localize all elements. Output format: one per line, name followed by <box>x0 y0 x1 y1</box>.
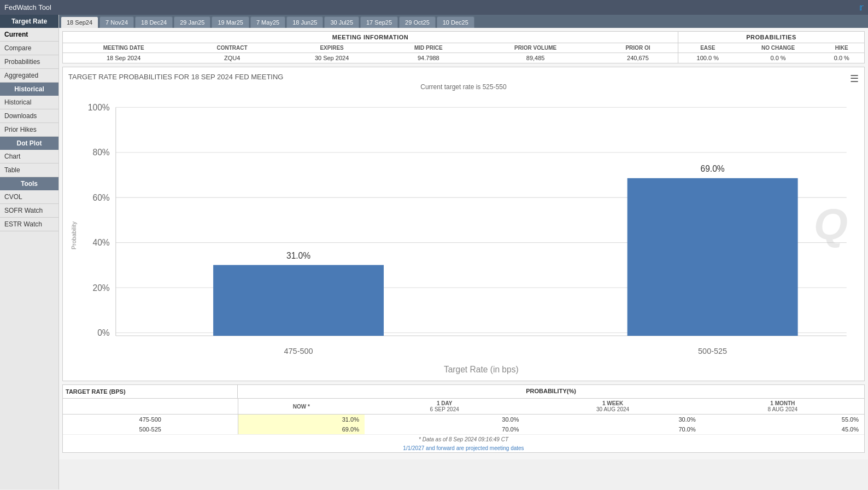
y-axis-label-wrap: Probability <box>68 95 79 375</box>
th-1week: 1 WEEK 30 AUG 2024 <box>524 399 701 415</box>
meeting-info-title: MEETING INFORMATION <box>63 32 678 43</box>
prob-footnote2: 1/1/2027 and forward are projected meeti… <box>63 444 864 452</box>
tab-17-sep25[interactable]: 17 Sep25 <box>360 16 398 28</box>
tab-7-nov24[interactable]: 7 Nov24 <box>99 16 134 28</box>
prob-1month-0: 55.0% <box>701 415 864 425</box>
prob-rate-0: 475-500 <box>63 415 238 425</box>
prob-1week-0: 30.0% <box>524 415 701 425</box>
mid-price-value: 94.7988 <box>384 53 473 63</box>
historical-section-btn[interactable]: Historical <box>0 83 58 96</box>
tab-18-dec24[interactable]: 18 Dec24 <box>135 16 173 28</box>
target-rate-header: TARGET RATE (BPS) <box>63 385 238 398</box>
th-rate <box>63 399 238 415</box>
tab-18-sep24[interactable]: 18 Sep24 <box>61 16 98 28</box>
th-now: NOW * <box>238 399 365 415</box>
chart-svg: 100% 80% 60% 40% 20% 0% <box>79 95 859 375</box>
tab-18-jun25[interactable]: 18 Jun25 <box>286 16 323 28</box>
meeting-date-value: 18 Sep 2024 <box>63 53 184 63</box>
col-contract: CONTRACT <box>184 43 279 53</box>
bar-500-525 <box>627 178 798 336</box>
prob-table: NOW * 1 DAY 6 SEP 2024 1 WEEK 30 AUG 202… <box>63 399 864 434</box>
meeting-info-table: MEETING DATE CONTRACT EXPIRES MID PRICE … <box>63 43 678 63</box>
sidebar-item-current[interactable]: Current <box>0 28 58 42</box>
svg-text:100%: 100% <box>88 103 110 112</box>
x-axis-title: Target Rate (in bps) <box>444 365 519 374</box>
app-title: FedWatch Tool <box>4 3 51 11</box>
th-1month: 1 MONTH 8 AUG 2024 <box>701 399 864 415</box>
bar-label-500-525: 69.0% <box>701 164 725 173</box>
sidebar-item-downloads[interactable]: Downloads <box>0 109 58 123</box>
meeting-info-left: MEETING INFORMATION MEETING DATE CONTRAC… <box>63 32 678 63</box>
bar-x-label-475-500: 475-500 <box>284 347 313 355</box>
prob-now-0: 31.0% <box>238 415 365 425</box>
probabilities-table: EASE NO CHANGE HIKE 100.0 % 0.0 % 0.0 % <box>678 43 864 63</box>
prob-col-headers: NOW * 1 DAY 6 SEP 2024 1 WEEK 30 AUG 202… <box>63 399 864 415</box>
col-meeting-date: MEETING DATE <box>63 43 184 53</box>
chart-section: TARGET RATE PROBABILITIES FOR 18 SEP 202… <box>62 67 865 381</box>
col-no-change: NO CHANGE <box>737 43 819 53</box>
sidebar-item-historical[interactable]: Historical <box>0 96 58 109</box>
sidebar-item-sofr-watch[interactable]: SOFR Watch <box>0 204 58 218</box>
target-rate-section-btn[interactable]: Target Rate <box>0 15 58 28</box>
chart-menu-icon[interactable]: ☰ <box>850 73 859 85</box>
chart-subtitle: Current target rate is 525-550 <box>68 83 859 91</box>
contract-value: ZQU4 <box>184 53 279 63</box>
tab-30-jul25[interactable]: 30 Jul25 <box>324 16 359 28</box>
main-content: 18 Sep247 Nov2418 Dec2429 Jan2519 Mar257… <box>59 15 868 489</box>
prior-oi-value: 240,675 <box>598 53 678 63</box>
col-mid-price: MID PRICE <box>384 43 473 53</box>
prob-table-header: TARGET RATE (BPS) PROBABILITY(%) <box>63 385 864 399</box>
hike-value: 0.0 % <box>819 53 864 63</box>
expires-value: 30 Sep 2024 <box>280 53 384 63</box>
svg-text:0%: 0% <box>97 328 110 337</box>
no-change-value: 0.0 % <box>737 53 819 63</box>
twitter-icon[interactable]: 𝕣 <box>859 2 864 13</box>
prob-rate-1: 500-525 <box>63 424 238 434</box>
chart-wrap: Probability 100% <box>68 95 859 375</box>
col-prior-volume: PRIOR VOLUME <box>473 43 598 53</box>
sidebar-item-cvol[interactable]: CVOL <box>0 190 58 204</box>
col-hike: HIKE <box>819 43 864 53</box>
tools-section-btn[interactable]: Tools <box>0 177 58 190</box>
sidebar-item-aggregated[interactable]: Aggregated <box>0 69 58 83</box>
sidebar-item-chart[interactable]: Chart <box>0 150 58 164</box>
prob-row-0: 475-50031.0%30.0%30.0%55.0% <box>63 415 864 425</box>
col-prior-oi: PRIOR OI <box>598 43 678 53</box>
sidebar-item-probabilities[interactable]: Probabilities <box>0 55 58 69</box>
svg-text:20%: 20% <box>93 283 110 293</box>
tab-10-dec25[interactable]: 10 Dec25 <box>437 16 474 28</box>
target-rate-col-label: TARGET RATE (BPS) <box>66 388 126 395</box>
prob-section: TARGET RATE (BPS) PROBABILITY(%) NOW * 1… <box>62 384 865 453</box>
prob-1week-1: 70.0% <box>524 424 701 434</box>
meeting-info-section: MEETING INFORMATION MEETING DATE CONTRAC… <box>62 31 865 63</box>
ease-value: 100.0 % <box>678 53 737 63</box>
prob-row-1: 500-52569.0%70.0%70.0%45.0% <box>63 424 864 434</box>
tab-29-jan25[interactable]: 29 Jan25 <box>174 16 210 28</box>
y-axis-label: Probability <box>71 221 77 249</box>
sidebar-item-estr-watch[interactable]: ESTR Watch <box>0 218 58 231</box>
svg-text:80%: 80% <box>93 148 110 157</box>
tab-19-mar25[interactable]: 19 Mar25 <box>212 16 249 28</box>
svg-text:40%: 40% <box>93 238 110 247</box>
dot-plot-section-btn[interactable]: Dot Plot <box>0 137 58 150</box>
chart-inner: 100% 80% 60% 40% 20% 0% <box>79 95 859 375</box>
tab-7-may25[interactable]: 7 May25 <box>250 16 285 28</box>
col-expires: EXPIRES <box>280 43 384 53</box>
meeting-tabs: 18 Sep247 Nov2418 Dec2429 Jan2519 Mar257… <box>59 15 868 28</box>
prob-1month-1: 45.0% <box>701 424 864 434</box>
probabilities-title: PROBABILITIES <box>678 32 864 43</box>
prob-now-1: 69.0% <box>238 424 365 434</box>
prob-1day-1: 70.0% <box>365 424 525 434</box>
chart-title: TARGET RATE PROBABILITIES FOR 18 SEP 202… <box>68 73 859 81</box>
sidebar-item-prior-hikes[interactable]: Prior Hikes <box>0 123 58 137</box>
svg-text:60%: 60% <box>93 193 110 202</box>
prob-footnote: * Data as of 8 Sep 2024 09:16:49 CT <box>63 434 864 444</box>
tab-29-oct25[interactable]: 29 Oct25 <box>399 16 436 28</box>
content-area: MEETING INFORMATION MEETING DATE CONTRAC… <box>59 28 868 459</box>
probability-pct-header: PROBABILITY(%) <box>238 385 864 398</box>
bar-475-500 <box>213 265 384 336</box>
prob-1day-0: 30.0% <box>365 415 525 425</box>
bar-x-label-500-525: 500-525 <box>698 347 727 355</box>
sidebar-item-table[interactable]: Table <box>0 164 58 177</box>
sidebar-item-compare[interactable]: Compare <box>0 42 58 55</box>
